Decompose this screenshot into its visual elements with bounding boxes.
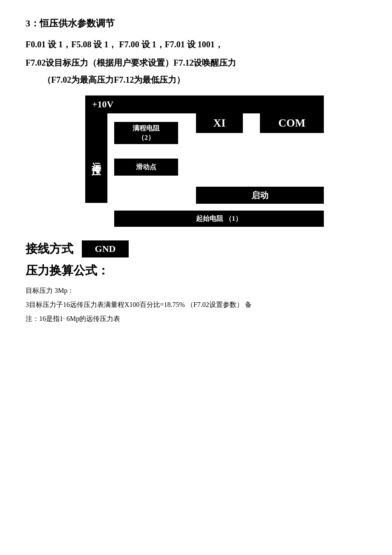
box-xi-label: XI — [213, 117, 226, 130]
box-com-label: COM — [278, 117, 306, 130]
formula-line1: 目标压力 3Mp： — [26, 285, 366, 297]
box-qishi-label: 起始电阻 （1） — [196, 214, 242, 223]
box-mancheng-line1: 满程电阻 — [133, 124, 160, 133]
formula-title: 压力换算公式： — [26, 263, 366, 279]
section-title: 3：恒压供水参数调节 — [26, 17, 366, 30]
box-com: COM — [260, 113, 324, 133]
box-qidong-label: 启动 — [251, 190, 268, 201]
formula-line3: 注：16是指1· 6Mp的远传压力表 — [26, 313, 366, 325]
bar-left-label: 远传压 — [90, 154, 103, 162]
box-gnd-label: GND — [95, 243, 116, 254]
box-huadong: 滑动点 — [114, 159, 178, 176]
box-mancheng-line2: （2） — [138, 133, 155, 142]
box-qishi: 起始电阻 （1） — [114, 211, 324, 227]
box-xi: XI — [196, 113, 243, 133]
bar-10v-label: +10V — [92, 99, 113, 110]
box-gnd: GND — [82, 240, 129, 257]
wiring-label: 接线方式 — [26, 241, 73, 257]
formula-line2: 3目标压力子16远传压力表满量程X100百分比=18.75% （F7.02设置参… — [26, 299, 366, 311]
param-indent: （F7.02为最高压力F7.12为最低压力） — [43, 72, 366, 87]
bar-10v: +10V — [85, 95, 324, 113]
param-line2: F7.02设目标压力（根据用户要求设置）F7.12设唤醒压力 — [26, 55, 366, 70]
wiring-section: 接线方式 GND — [26, 240, 366, 257]
wiring-diagram: +10V 远传压 XI COM 满程电阻 （2） 滑动点 启动 起始电阻 （1） — [85, 95, 332, 232]
bar-left-vertical: 远传压 — [85, 113, 107, 203]
box-qidong: 启动 — [196, 187, 324, 204]
box-mancheng: 满程电阻 （2） — [114, 122, 178, 144]
param-line1: F0.01 设 1，F5.08 设 1， F7.00 设 1，F7.01 设 1… — [26, 38, 366, 51]
box-huadong-label: 滑动点 — [136, 163, 156, 172]
